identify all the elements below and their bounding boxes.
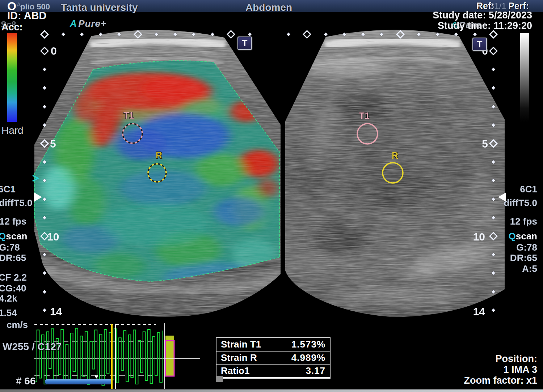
- gain-left: G:78: [0, 243, 20, 252]
- measurement-label: Strain T1: [221, 339, 261, 350]
- strain-indicator-range[interactable]: [165, 341, 174, 376]
- image-scene: [0, 0, 543, 392]
- grayscale-bar: [520, 33, 529, 122]
- strain-sweep-graph: [34, 323, 200, 392]
- frame-cursor-yellow[interactable]: [111, 324, 113, 392]
- cine-progress-bar[interactable]: [45, 379, 113, 384]
- acc-label: Acc:: [1, 22, 23, 32]
- ref-overlap-text: 31/1: [489, 2, 506, 10]
- depth-label-10-left: 10: [47, 231, 59, 242]
- study-time: Study time: 11:29:20: [416, 21, 532, 31]
- depth-label-0-left: 0: [51, 46, 57, 56]
- measurement-value: 3.17: [306, 365, 325, 376]
- perf-label: Perf:: [508, 1, 529, 10]
- depth-label-10-right: 10: [471, 231, 485, 242]
- elasto-colorbar: [7, 33, 17, 122]
- measurement-panel[interactable]: Strain T1 1.573% Strain R 4.989% Ratio1 …: [216, 337, 331, 379]
- fps-left: 12 fps: [0, 217, 26, 226]
- gain-right: G:78: [463, 243, 537, 252]
- depth-label-5-left: 5: [50, 139, 56, 149]
- measurement-label: Ratio1: [221, 365, 249, 376]
- window-center-label: W255 / C127: [3, 342, 62, 352]
- depth-label-14-left: 14: [50, 306, 62, 317]
- roi-label-t1-right: T1: [359, 111, 370, 120]
- dr-left: DR:65: [0, 253, 26, 263]
- zoom-factor: Zoom factor: x1: [445, 376, 537, 385]
- position-label: Position:: [463, 354, 537, 364]
- sweep-unit: cm/s: [7, 320, 28, 329]
- orientation-marker-left: T: [237, 37, 252, 50]
- strain-trace: [34, 328, 162, 385]
- bmode-image: [272, 22, 510, 322]
- measurement-row: Strain T1 1.573%: [216, 338, 330, 351]
- cf-label: CF 2.2: [0, 273, 27, 282]
- strain-indicator-top: [165, 336, 174, 341]
- cine-marker-icon: ♥: [94, 374, 98, 380]
- apure-logo-left: A Pure+: [70, 19, 106, 28]
- ultrasound-screen: O A plio 500 Tanta university Abdomen Re…: [0, 0, 543, 392]
- measurement-value: 4.989%: [291, 352, 325, 363]
- institution-name: Tanta university: [61, 3, 138, 13]
- qscan-left: Qscan: [0, 231, 28, 241]
- hard-label: Hard: [1, 125, 24, 136]
- roi-label-r-right: R: [392, 151, 398, 160]
- measurement-label: Strain R: [221, 352, 257, 363]
- apure-a-icon: A: [70, 18, 77, 29]
- freq-label: 4.2k: [0, 294, 17, 303]
- dr-right: DR:65: [463, 253, 537, 263]
- position-value: 1 IMA 3: [463, 365, 537, 375]
- sweep-value: 1.54: [0, 308, 17, 318]
- preset-right: diffT5.0: [463, 198, 537, 208]
- frame-cursor-white: [115, 324, 116, 389]
- frame-number: # 66: [16, 376, 36, 386]
- acoustic-power: A:5: [463, 264, 537, 273]
- probe-right: 6C1: [463, 184, 537, 194]
- study-date: Study date: 5/28/2023: [416, 10, 532, 20]
- bottom-strip: [0, 389, 543, 392]
- fps-right: 12 fps: [463, 217, 537, 226]
- preset-left: diffT5.0: [0, 198, 32, 208]
- roi-label-r-left: R: [156, 151, 162, 160]
- depth-label-14-right: 14: [471, 306, 485, 317]
- roi-label-t1-left: T1: [123, 111, 134, 120]
- measurement-value: 1.573%: [291, 339, 325, 350]
- measurement-panel-handle[interactable]: [216, 376, 223, 382]
- cg-label: CG:40: [0, 284, 26, 293]
- exam-preset-title: Abdomen: [245, 3, 292, 13]
- orientation-marker-right: T: [472, 38, 487, 51]
- measurement-row: Strain R 4.989%: [216, 351, 330, 365]
- measurement-row: Ratio1 3.17: [216, 365, 330, 378]
- depth-label-5-right: 5: [473, 139, 488, 149]
- probe-left: 6C1: [0, 184, 16, 194]
